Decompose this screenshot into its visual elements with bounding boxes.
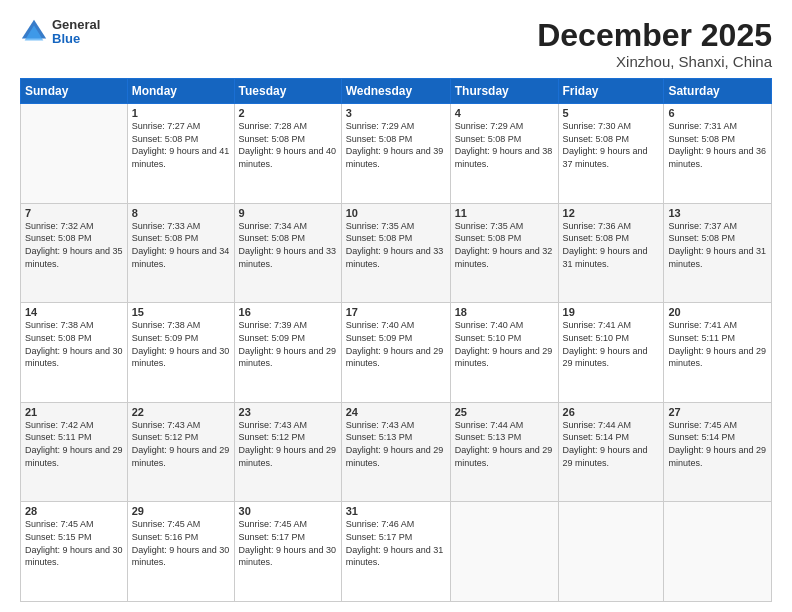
week-row-3: 14Sunrise: 7:38 AMSunset: 5:08 PMDayligh… (21, 303, 772, 403)
logo-blue-text: Blue (52, 32, 100, 46)
day-info: Sunrise: 7:29 AMSunset: 5:08 PMDaylight:… (455, 120, 554, 170)
calendar-cell: 24Sunrise: 7:43 AMSunset: 5:13 PMDayligh… (341, 402, 450, 502)
day-info: Sunrise: 7:29 AMSunset: 5:08 PMDaylight:… (346, 120, 446, 170)
calendar-cell: 23Sunrise: 7:43 AMSunset: 5:12 PMDayligh… (234, 402, 341, 502)
day-info: Sunrise: 7:43 AMSunset: 5:12 PMDaylight:… (239, 419, 337, 469)
day-info: Sunrise: 7:37 AMSunset: 5:08 PMDaylight:… (668, 220, 767, 270)
calendar-cell (664, 502, 772, 602)
calendar-cell: 21Sunrise: 7:42 AMSunset: 5:11 PMDayligh… (21, 402, 128, 502)
calendar-cell: 1Sunrise: 7:27 AMSunset: 5:08 PMDaylight… (127, 104, 234, 204)
week-row-2: 7Sunrise: 7:32 AMSunset: 5:08 PMDaylight… (21, 203, 772, 303)
calendar-body: 1Sunrise: 7:27 AMSunset: 5:08 PMDaylight… (21, 104, 772, 602)
day-number: 15 (132, 306, 230, 318)
day-of-week-saturday: Saturday (664, 79, 772, 104)
calendar-cell: 17Sunrise: 7:40 AMSunset: 5:09 PMDayligh… (341, 303, 450, 403)
day-of-week-wednesday: Wednesday (341, 79, 450, 104)
day-number: 4 (455, 107, 554, 119)
day-info: Sunrise: 7:40 AMSunset: 5:09 PMDaylight:… (346, 319, 446, 369)
day-of-week-friday: Friday (558, 79, 664, 104)
calendar-cell: 29Sunrise: 7:45 AMSunset: 5:16 PMDayligh… (127, 502, 234, 602)
logo-general-text: General (52, 18, 100, 32)
day-info: Sunrise: 7:46 AMSunset: 5:17 PMDaylight:… (346, 518, 446, 568)
day-number: 24 (346, 406, 446, 418)
calendar-cell: 22Sunrise: 7:43 AMSunset: 5:12 PMDayligh… (127, 402, 234, 502)
day-number: 25 (455, 406, 554, 418)
day-info: Sunrise: 7:38 AMSunset: 5:09 PMDaylight:… (132, 319, 230, 369)
calendar-cell: 9Sunrise: 7:34 AMSunset: 5:08 PMDaylight… (234, 203, 341, 303)
day-number: 26 (563, 406, 660, 418)
calendar-cell (558, 502, 664, 602)
day-number: 23 (239, 406, 337, 418)
header: General Blue December 2025 Xinzhou, Shan… (20, 18, 772, 70)
day-number: 7 (25, 207, 123, 219)
day-info: Sunrise: 7:42 AMSunset: 5:11 PMDaylight:… (25, 419, 123, 469)
day-number: 22 (132, 406, 230, 418)
day-number: 5 (563, 107, 660, 119)
day-number: 1 (132, 107, 230, 119)
day-number: 31 (346, 505, 446, 517)
logo-text: General Blue (52, 18, 100, 47)
day-info: Sunrise: 7:35 AMSunset: 5:08 PMDaylight:… (346, 220, 446, 270)
calendar-cell: 6Sunrise: 7:31 AMSunset: 5:08 PMDaylight… (664, 104, 772, 204)
day-info: Sunrise: 7:27 AMSunset: 5:08 PMDaylight:… (132, 120, 230, 170)
day-number: 30 (239, 505, 337, 517)
calendar-cell: 15Sunrise: 7:38 AMSunset: 5:09 PMDayligh… (127, 303, 234, 403)
day-info: Sunrise: 7:45 AMSunset: 5:16 PMDaylight:… (132, 518, 230, 568)
calendar-cell: 8Sunrise: 7:33 AMSunset: 5:08 PMDaylight… (127, 203, 234, 303)
day-of-week-tuesday: Tuesday (234, 79, 341, 104)
days-of-week-row: SundayMondayTuesdayWednesdayThursdayFrid… (21, 79, 772, 104)
calendar-cell: 11Sunrise: 7:35 AMSunset: 5:08 PMDayligh… (450, 203, 558, 303)
calendar-cell: 20Sunrise: 7:41 AMSunset: 5:11 PMDayligh… (664, 303, 772, 403)
day-info: Sunrise: 7:38 AMSunset: 5:08 PMDaylight:… (25, 319, 123, 369)
day-info: Sunrise: 7:45 AMSunset: 5:17 PMDaylight:… (239, 518, 337, 568)
day-number: 3 (346, 107, 446, 119)
day-number: 29 (132, 505, 230, 517)
calendar-cell: 28Sunrise: 7:45 AMSunset: 5:15 PMDayligh… (21, 502, 128, 602)
calendar-cell: 16Sunrise: 7:39 AMSunset: 5:09 PMDayligh… (234, 303, 341, 403)
day-info: Sunrise: 7:28 AMSunset: 5:08 PMDaylight:… (239, 120, 337, 170)
logo-icon (20, 18, 48, 46)
day-info: Sunrise: 7:35 AMSunset: 5:08 PMDaylight:… (455, 220, 554, 270)
calendar-cell: 30Sunrise: 7:45 AMSunset: 5:17 PMDayligh… (234, 502, 341, 602)
day-number: 8 (132, 207, 230, 219)
day-number: 12 (563, 207, 660, 219)
day-info: Sunrise: 7:33 AMSunset: 5:08 PMDaylight:… (132, 220, 230, 270)
day-number: 16 (239, 306, 337, 318)
calendar-cell: 26Sunrise: 7:44 AMSunset: 5:14 PMDayligh… (558, 402, 664, 502)
title-block: December 2025 Xinzhou, Shanxi, China (537, 18, 772, 70)
calendar-cell: 13Sunrise: 7:37 AMSunset: 5:08 PMDayligh… (664, 203, 772, 303)
day-info: Sunrise: 7:36 AMSunset: 5:08 PMDaylight:… (563, 220, 660, 270)
day-number: 19 (563, 306, 660, 318)
day-info: Sunrise: 7:43 AMSunset: 5:13 PMDaylight:… (346, 419, 446, 469)
day-number: 11 (455, 207, 554, 219)
week-row-1: 1Sunrise: 7:27 AMSunset: 5:08 PMDaylight… (21, 104, 772, 204)
calendar-cell: 14Sunrise: 7:38 AMSunset: 5:08 PMDayligh… (21, 303, 128, 403)
calendar-cell: 31Sunrise: 7:46 AMSunset: 5:17 PMDayligh… (341, 502, 450, 602)
week-row-4: 21Sunrise: 7:42 AMSunset: 5:11 PMDayligh… (21, 402, 772, 502)
day-number: 20 (668, 306, 767, 318)
day-of-week-thursday: Thursday (450, 79, 558, 104)
calendar-cell: 12Sunrise: 7:36 AMSunset: 5:08 PMDayligh… (558, 203, 664, 303)
day-number: 17 (346, 306, 446, 318)
calendar-cell (21, 104, 128, 204)
page: General Blue December 2025 Xinzhou, Shan… (0, 0, 792, 612)
calendar-header: SundayMondayTuesdayWednesdayThursdayFrid… (21, 79, 772, 104)
day-info: Sunrise: 7:41 AMSunset: 5:10 PMDaylight:… (563, 319, 660, 369)
calendar-table: SundayMondayTuesdayWednesdayThursdayFrid… (20, 78, 772, 602)
calendar-cell: 10Sunrise: 7:35 AMSunset: 5:08 PMDayligh… (341, 203, 450, 303)
day-number: 27 (668, 406, 767, 418)
calendar-cell: 27Sunrise: 7:45 AMSunset: 5:14 PMDayligh… (664, 402, 772, 502)
day-number: 21 (25, 406, 123, 418)
day-number: 10 (346, 207, 446, 219)
day-number: 2 (239, 107, 337, 119)
calendar-cell: 5Sunrise: 7:30 AMSunset: 5:08 PMDaylight… (558, 104, 664, 204)
calendar-cell: 7Sunrise: 7:32 AMSunset: 5:08 PMDaylight… (21, 203, 128, 303)
calendar-cell: 4Sunrise: 7:29 AMSunset: 5:08 PMDaylight… (450, 104, 558, 204)
day-number: 9 (239, 207, 337, 219)
month-title: December 2025 (537, 18, 772, 53)
day-info: Sunrise: 7:41 AMSunset: 5:11 PMDaylight:… (668, 319, 767, 369)
day-info: Sunrise: 7:32 AMSunset: 5:08 PMDaylight:… (25, 220, 123, 270)
day-info: Sunrise: 7:45 AMSunset: 5:15 PMDaylight:… (25, 518, 123, 568)
day-number: 14 (25, 306, 123, 318)
day-number: 18 (455, 306, 554, 318)
